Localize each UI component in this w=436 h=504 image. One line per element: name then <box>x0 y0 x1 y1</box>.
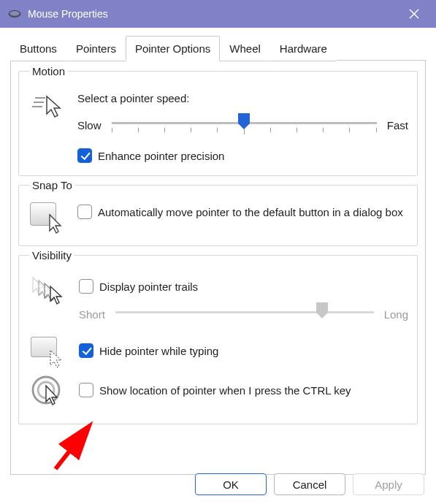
tab-wheel[interactable]: Wheel <box>220 36 270 61</box>
tab-pointers[interactable]: Pointers <box>66 36 126 61</box>
show-pointer-location-checkbox[interactable] <box>79 383 93 397</box>
motion-cursor-icon <box>28 88 66 118</box>
mouse-icon <box>7 7 22 21</box>
svg-marker-10 <box>316 302 328 318</box>
pointer-trails-icon <box>29 276 67 305</box>
trails-short-label: Short <box>79 308 105 321</box>
ok-button[interactable]: OK <box>195 473 267 495</box>
tab-hardware[interactable]: Hardware <box>270 36 337 61</box>
pointer-speed-slider[interactable] <box>112 115 377 135</box>
hide-pointer-typing-label[interactable]: Hide pointer while typing <box>99 343 218 359</box>
hide-pointer-typing-icon <box>29 336 67 368</box>
show-pointer-location-icon <box>29 375 67 409</box>
fast-label: Fast <box>387 119 408 131</box>
enhance-pointer-precision-label[interactable]: Enhance pointer precision <box>98 148 224 164</box>
group-visibility: Visibility Display pointer trails <box>18 249 418 425</box>
slow-label: Slow <box>77 119 102 131</box>
snap-to-label[interactable]: Automatically move pointer to the defaul… <box>98 205 403 220</box>
svg-marker-7 <box>238 113 250 129</box>
pointer-trails-checkbox[interactable] <box>79 279 93 294</box>
trails-long-label: Long <box>384 308 408 321</box>
pointer-trails-slider <box>115 304 374 324</box>
window-title: Mouse Properties <box>28 8 398 20</box>
hide-pointer-typing-checkbox[interactable] <box>79 343 93 358</box>
apply-button: Apply <box>353 473 424 495</box>
cancel-button[interactable]: Cancel <box>274 473 345 495</box>
tab-strip: Buttons Pointers Pointer Options Wheel H… <box>10 35 426 61</box>
pointer-speed-label: Select a pointer speed: <box>77 92 408 104</box>
titlebar: Mouse Properties <box>0 0 436 28</box>
group-visibility-legend: Visibility <box>29 249 74 261</box>
show-pointer-location-label[interactable]: Show location of pointer when I press th… <box>99 383 351 398</box>
svg-point-1 <box>10 11 20 15</box>
close-button[interactable] <box>398 2 430 26</box>
group-snap-to: Snap To Automatically move pointer to th… <box>18 179 418 246</box>
tab-page-pointer-options: Motion Select a pointer speed: Slow <box>10 60 426 475</box>
group-motion: Motion Select a pointer speed: Slow <box>18 65 418 176</box>
group-motion-legend: Motion <box>29 65 68 77</box>
tab-buttons[interactable]: Buttons <box>10 36 66 61</box>
snap-to-checkbox[interactable] <box>77 205 92 219</box>
snap-to-icon <box>28 202 66 234</box>
enhance-pointer-precision-checkbox[interactable] <box>77 148 92 163</box>
dialog-buttons: OK Cancel Apply <box>195 473 424 495</box>
tab-pointer-options[interactable]: Pointer Options <box>126 36 220 61</box>
group-snap-to-legend: Snap To <box>29 179 75 191</box>
pointer-trails-label[interactable]: Display pointer trails <box>99 279 198 294</box>
